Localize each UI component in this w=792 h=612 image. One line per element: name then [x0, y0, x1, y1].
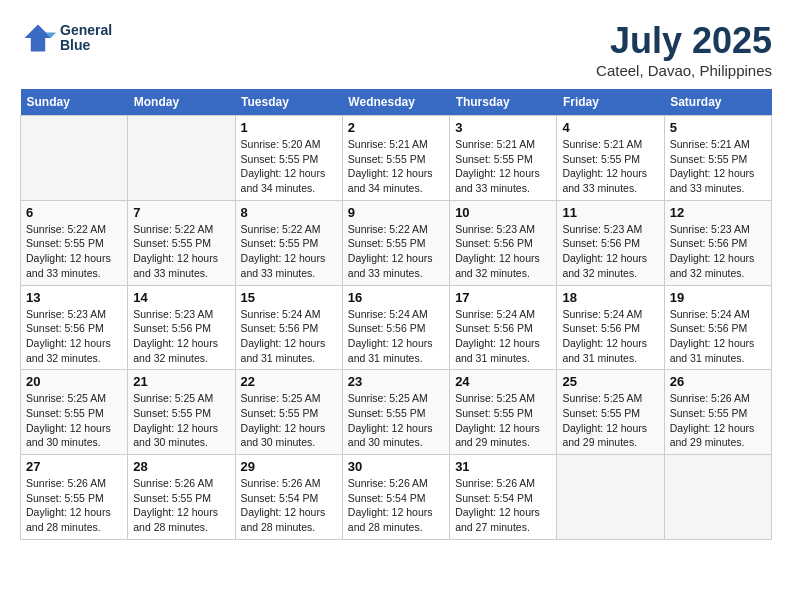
- day-number: 5: [670, 120, 766, 135]
- day-info: Sunrise: 5:26 AMSunset: 5:55 PMDaylight:…: [26, 476, 122, 535]
- calendar-cell: 12Sunrise: 5:23 AMSunset: 5:56 PMDayligh…: [664, 200, 771, 285]
- title-section: July 2025 Cateel, Davao, Philippines: [596, 20, 772, 79]
- day-number: 7: [133, 205, 229, 220]
- calendar-cell: 22Sunrise: 5:25 AMSunset: 5:55 PMDayligh…: [235, 370, 342, 455]
- day-number: 20: [26, 374, 122, 389]
- calendar-week-1: 1Sunrise: 5:20 AMSunset: 5:55 PMDaylight…: [21, 116, 772, 201]
- day-number: 30: [348, 459, 444, 474]
- day-number: 22: [241, 374, 337, 389]
- calendar-cell: 6Sunrise: 5:22 AMSunset: 5:55 PMDaylight…: [21, 200, 128, 285]
- calendar-cell: 25Sunrise: 5:25 AMSunset: 5:55 PMDayligh…: [557, 370, 664, 455]
- day-info: Sunrise: 5:24 AMSunset: 5:56 PMDaylight:…: [348, 307, 444, 366]
- day-number: 6: [26, 205, 122, 220]
- calendar-cell: 13Sunrise: 5:23 AMSunset: 5:56 PMDayligh…: [21, 285, 128, 370]
- day-info: Sunrise: 5:26 AMSunset: 5:55 PMDaylight:…: [670, 391, 766, 450]
- day-number: 2: [348, 120, 444, 135]
- day-info: Sunrise: 5:21 AMSunset: 5:55 PMDaylight:…: [562, 137, 658, 196]
- logo-icon: [20, 20, 56, 56]
- day-number: 14: [133, 290, 229, 305]
- day-number: 23: [348, 374, 444, 389]
- calendar-cell: 10Sunrise: 5:23 AMSunset: 5:56 PMDayligh…: [450, 200, 557, 285]
- day-info: Sunrise: 5:21 AMSunset: 5:55 PMDaylight:…: [670, 137, 766, 196]
- day-number: 26: [670, 374, 766, 389]
- day-info: Sunrise: 5:21 AMSunset: 5:55 PMDaylight:…: [455, 137, 551, 196]
- day-info: Sunrise: 5:24 AMSunset: 5:56 PMDaylight:…: [241, 307, 337, 366]
- calendar-week-2: 6Sunrise: 5:22 AMSunset: 5:55 PMDaylight…: [21, 200, 772, 285]
- day-info: Sunrise: 5:23 AMSunset: 5:56 PMDaylight:…: [670, 222, 766, 281]
- calendar-cell: 15Sunrise: 5:24 AMSunset: 5:56 PMDayligh…: [235, 285, 342, 370]
- day-info: Sunrise: 5:20 AMSunset: 5:55 PMDaylight:…: [241, 137, 337, 196]
- day-info: Sunrise: 5:22 AMSunset: 5:55 PMDaylight:…: [348, 222, 444, 281]
- calendar-cell: 21Sunrise: 5:25 AMSunset: 5:55 PMDayligh…: [128, 370, 235, 455]
- location: Cateel, Davao, Philippines: [596, 62, 772, 79]
- day-number: 9: [348, 205, 444, 220]
- calendar-cell: 29Sunrise: 5:26 AMSunset: 5:54 PMDayligh…: [235, 455, 342, 540]
- day-number: 24: [455, 374, 551, 389]
- day-number: 1: [241, 120, 337, 135]
- calendar-cell: 24Sunrise: 5:25 AMSunset: 5:55 PMDayligh…: [450, 370, 557, 455]
- calendar-cell: [664, 455, 771, 540]
- calendar-table: SundayMondayTuesdayWednesdayThursdayFrid…: [20, 89, 772, 540]
- day-number: 4: [562, 120, 658, 135]
- logo-line2: Blue: [60, 38, 112, 53]
- day-number: 25: [562, 374, 658, 389]
- day-info: Sunrise: 5:26 AMSunset: 5:54 PMDaylight:…: [241, 476, 337, 535]
- day-number: 28: [133, 459, 229, 474]
- calendar-week-4: 20Sunrise: 5:25 AMSunset: 5:55 PMDayligh…: [21, 370, 772, 455]
- calendar-cell: 30Sunrise: 5:26 AMSunset: 5:54 PMDayligh…: [342, 455, 449, 540]
- page-header: General Blue July 2025 Cateel, Davao, Ph…: [20, 20, 772, 79]
- day-info: Sunrise: 5:22 AMSunset: 5:55 PMDaylight:…: [26, 222, 122, 281]
- day-number: 12: [670, 205, 766, 220]
- day-info: Sunrise: 5:24 AMSunset: 5:56 PMDaylight:…: [562, 307, 658, 366]
- calendar-cell: 17Sunrise: 5:24 AMSunset: 5:56 PMDayligh…: [450, 285, 557, 370]
- month-year: July 2025: [596, 20, 772, 62]
- calendar-cell: 1Sunrise: 5:20 AMSunset: 5:55 PMDaylight…: [235, 116, 342, 201]
- header-monday: Monday: [128, 89, 235, 116]
- day-info: Sunrise: 5:26 AMSunset: 5:54 PMDaylight:…: [348, 476, 444, 535]
- calendar-cell: 7Sunrise: 5:22 AMSunset: 5:55 PMDaylight…: [128, 200, 235, 285]
- calendar-header-row: SundayMondayTuesdayWednesdayThursdayFrid…: [21, 89, 772, 116]
- day-number: 27: [26, 459, 122, 474]
- day-number: 10: [455, 205, 551, 220]
- day-info: Sunrise: 5:23 AMSunset: 5:56 PMDaylight:…: [133, 307, 229, 366]
- calendar-cell: 4Sunrise: 5:21 AMSunset: 5:55 PMDaylight…: [557, 116, 664, 201]
- day-info: Sunrise: 5:23 AMSunset: 5:56 PMDaylight:…: [26, 307, 122, 366]
- day-number: 13: [26, 290, 122, 305]
- calendar-cell: 27Sunrise: 5:26 AMSunset: 5:55 PMDayligh…: [21, 455, 128, 540]
- day-number: 15: [241, 290, 337, 305]
- day-number: 11: [562, 205, 658, 220]
- day-number: 21: [133, 374, 229, 389]
- day-number: 31: [455, 459, 551, 474]
- day-number: 18: [562, 290, 658, 305]
- day-info: Sunrise: 5:25 AMSunset: 5:55 PMDaylight:…: [133, 391, 229, 450]
- header-friday: Friday: [557, 89, 664, 116]
- day-info: Sunrise: 5:22 AMSunset: 5:55 PMDaylight:…: [241, 222, 337, 281]
- day-number: 29: [241, 459, 337, 474]
- day-number: 16: [348, 290, 444, 305]
- day-info: Sunrise: 5:25 AMSunset: 5:55 PMDaylight:…: [562, 391, 658, 450]
- header-wednesday: Wednesday: [342, 89, 449, 116]
- svg-marker-0: [25, 25, 52, 52]
- day-info: Sunrise: 5:25 AMSunset: 5:55 PMDaylight:…: [348, 391, 444, 450]
- logo: General Blue: [20, 20, 112, 56]
- day-info: Sunrise: 5:25 AMSunset: 5:55 PMDaylight:…: [26, 391, 122, 450]
- calendar-cell: [128, 116, 235, 201]
- calendar-cell: 28Sunrise: 5:26 AMSunset: 5:55 PMDayligh…: [128, 455, 235, 540]
- day-number: 19: [670, 290, 766, 305]
- calendar-cell: 5Sunrise: 5:21 AMSunset: 5:55 PMDaylight…: [664, 116, 771, 201]
- header-tuesday: Tuesday: [235, 89, 342, 116]
- calendar-cell: 19Sunrise: 5:24 AMSunset: 5:56 PMDayligh…: [664, 285, 771, 370]
- header-thursday: Thursday: [450, 89, 557, 116]
- calendar-cell: 11Sunrise: 5:23 AMSunset: 5:56 PMDayligh…: [557, 200, 664, 285]
- day-info: Sunrise: 5:25 AMSunset: 5:55 PMDaylight:…: [455, 391, 551, 450]
- calendar-cell: 14Sunrise: 5:23 AMSunset: 5:56 PMDayligh…: [128, 285, 235, 370]
- day-info: Sunrise: 5:22 AMSunset: 5:55 PMDaylight:…: [133, 222, 229, 281]
- calendar-cell: [21, 116, 128, 201]
- header-sunday: Sunday: [21, 89, 128, 116]
- calendar-cell: 26Sunrise: 5:26 AMSunset: 5:55 PMDayligh…: [664, 370, 771, 455]
- calendar-week-5: 27Sunrise: 5:26 AMSunset: 5:55 PMDayligh…: [21, 455, 772, 540]
- calendar-cell: 16Sunrise: 5:24 AMSunset: 5:56 PMDayligh…: [342, 285, 449, 370]
- day-number: 17: [455, 290, 551, 305]
- day-info: Sunrise: 5:26 AMSunset: 5:54 PMDaylight:…: [455, 476, 551, 535]
- day-number: 3: [455, 120, 551, 135]
